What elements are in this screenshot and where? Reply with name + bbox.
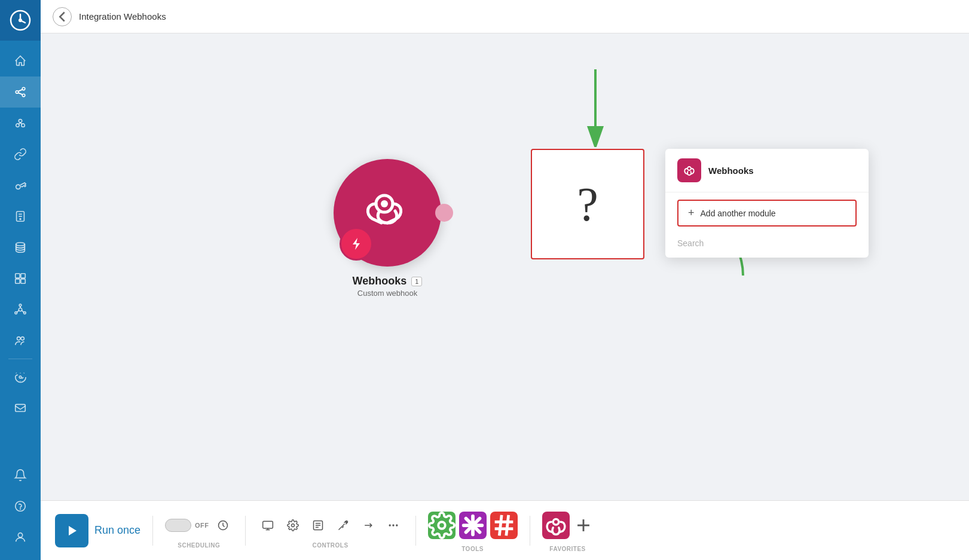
svg-line-61 [499,515,502,535]
svg-line-28 [17,310,19,312]
more-button[interactable] [383,515,404,535]
svg-point-23 [19,304,22,307]
svg-rect-19 [21,274,25,278]
favorites-group: FAVORITES [542,512,594,550]
svg-point-57 [396,524,398,526]
svg-line-5 [19,90,22,91]
popup-header: Webhooks [665,149,869,192]
svg-point-7 [19,120,22,123]
sidebar-item-flowcontrol[interactable] [0,294,41,325]
toggle-track [165,519,191,532]
tools-label: TOOLS [461,546,484,552]
toolbar: Run once OFF SCHEDULING [41,500,969,560]
arrows-button[interactable] [358,515,378,535]
tools-group: TOOLS [428,512,518,550]
wand-button[interactable] [333,515,353,535]
svg-point-39 [381,200,388,207]
svg-line-6 [19,93,22,94]
svg-point-55 [389,524,390,526]
play-circle [55,514,88,547]
svg-point-41 [687,167,691,170]
arrow-down-indicator [583,69,607,147]
module-bolt [340,227,373,261]
add-module-button[interactable]: + Add another module [677,200,857,227]
svg-rect-45 [262,521,273,528]
popup-search-label: Search [665,234,869,258]
favorites-webhooks-button[interactable] [542,512,570,539]
sidebar-item-datastores[interactable] [0,232,41,263]
sidebar-item-notifications[interactable] [0,460,41,491]
add-module-placeholder[interactable]: ? [531,149,644,259]
module-circle[interactable] [334,159,441,267]
clock-button[interactable] [213,515,233,535]
scheduling-label: SCHEDULING [178,542,220,549]
header: Integration Webhooks [41,0,969,33]
sidebar-item-help[interactable] [0,491,41,522]
sidebar-item-messages[interactable] [0,393,41,424]
sidebar-item-home[interactable] [0,45,41,76]
canvas[interactable]: Webhooks 1 Custom webhook ? [41,33,969,500]
svg-point-17 [16,243,25,246]
sidebar-item-teams[interactable] [0,325,41,356]
svg-rect-32 [16,405,26,412]
number-red-button[interactable] [490,512,518,539]
module-badge: 1 [411,277,422,286]
sidebar-item-keys[interactable] [0,170,41,201]
svg-point-1 [19,19,22,22]
svg-point-35 [18,533,22,537]
svg-marker-40 [353,238,360,250]
module-name: Webhooks 1 [353,275,423,287]
tools-green-button[interactable] [428,512,456,539]
svg-point-29 [17,337,21,341]
svg-rect-21 [21,279,25,283]
svg-line-27 [22,310,24,312]
webhooks-module-node[interactable]: Webhooks 1 Custom webhook [334,159,441,298]
sidebar-item-profile[interactable] [0,522,41,553]
svg-point-4 [22,94,25,97]
sidebar-item-webhooks[interactable] [0,139,41,170]
svg-point-30 [21,337,24,341]
controls-label: CONTROLS [313,542,349,549]
main-area: Integration Webhooks [41,0,969,560]
sidebar-item-scenarios[interactable] [0,76,41,108]
scheduling-group: OFF SCHEDULING [165,515,233,546]
favorites-label: FAVORITES [549,546,585,552]
add-favorite-button[interactable] [573,515,594,535]
settings-button[interactable] [283,515,303,535]
sidebar-item-announcements[interactable] [0,362,41,393]
sidebar-item-packages[interactable] [0,263,41,294]
sidebar-item-devices[interactable] [0,201,41,232]
question-mark-icon: ? [577,180,598,228]
module-picker-popup: Webhooks + Add another module Search [665,149,869,258]
popup-title: Webhooks [708,166,754,176]
plus-icon: + [688,207,695,219]
svg-point-56 [392,524,394,526]
cross-purple-button[interactable] [459,512,487,539]
back-button[interactable] [53,7,72,26]
favorites-icons [542,512,594,539]
svg-point-58 [438,522,445,529]
run-once-label: Run once [94,524,140,537]
svg-point-63 [553,519,559,525]
svg-point-34 [20,509,21,509]
app-logo[interactable] [0,0,41,41]
add-module-label: Add another module [701,209,776,218]
run-once-button[interactable]: Run once [55,514,140,547]
svg-rect-18 [16,274,20,278]
sidebar-divider-1 [8,359,32,359]
sidebar-bottom [0,460,41,560]
svg-point-2 [16,91,19,94]
screen-button[interactable] [258,515,278,535]
toolbar-divider-1 [152,516,153,546]
svg-rect-20 [16,279,20,283]
svg-point-31 [19,376,22,378]
controls-icons [258,515,404,535]
module-label: Webhooks 1 Custom webhook [353,275,423,298]
module-connector [435,204,453,222]
schedule-toggle[interactable]: OFF [165,519,209,532]
svg-marker-43 [69,526,77,535]
scheduling-controls: OFF [165,515,233,535]
notes-button[interactable] [308,515,328,535]
toolbar-divider-3 [415,516,416,546]
sidebar-item-connections[interactable] [0,108,41,139]
